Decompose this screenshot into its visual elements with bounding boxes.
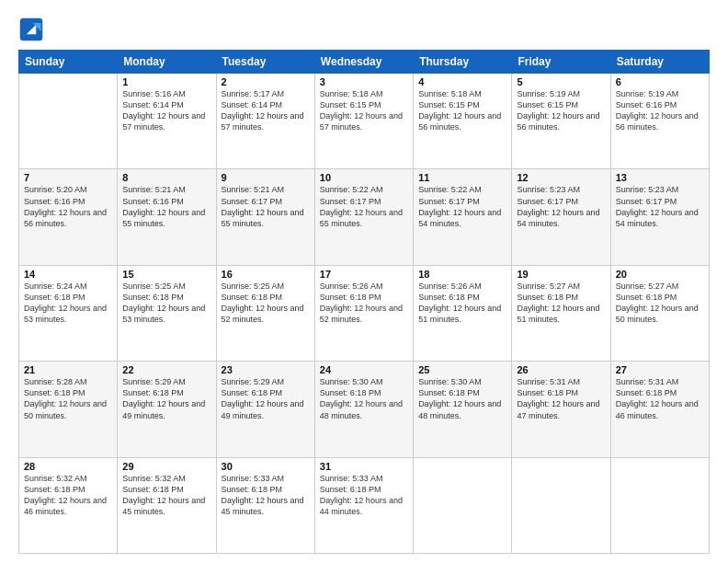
day-info: Sunrise: 5:33 AMSunset: 6:18 PMDaylight:… bbox=[320, 473, 408, 518]
weekday-header-saturday: Saturday bbox=[610, 51, 709, 74]
day-info: Sunrise: 5:25 AMSunset: 6:18 PMDaylight:… bbox=[122, 281, 210, 326]
day-cell: 18Sunrise: 5:26 AMSunset: 6:18 PMDayligh… bbox=[414, 265, 512, 361]
day-cell: 24Sunrise: 5:30 AMSunset: 6:18 PMDayligh… bbox=[314, 362, 413, 457]
day-info: Sunrise: 5:32 AMSunset: 6:18 PMDaylight:… bbox=[122, 473, 210, 518]
day-cell: 13Sunrise: 5:23 AMSunset: 6:17 PMDayligh… bbox=[610, 169, 709, 265]
page: SundayMondayTuesdayWednesdayThursdayFrid… bbox=[0, 0, 728, 563]
day-cell: 1Sunrise: 5:16 AMSunset: 6:14 PMDaylight… bbox=[118, 74, 216, 169]
day-cell: 28Sunrise: 5:32 AMSunset: 6:18 PMDayligh… bbox=[19, 457, 118, 553]
day-cell: 16Sunrise: 5:25 AMSunset: 6:18 PMDayligh… bbox=[216, 265, 314, 361]
day-cell: 11Sunrise: 5:22 AMSunset: 6:17 PMDayligh… bbox=[414, 169, 512, 265]
day-number: 19 bbox=[517, 269, 605, 280]
day-cell: 9Sunrise: 5:21 AMSunset: 6:17 PMDaylight… bbox=[216, 169, 314, 265]
day-number: 10 bbox=[320, 172, 408, 183]
day-info: Sunrise: 5:18 AMSunset: 6:15 PMDaylight:… bbox=[418, 88, 506, 133]
logo bbox=[18, 17, 48, 42]
day-info: Sunrise: 5:27 AMSunset: 6:18 PMDaylight:… bbox=[616, 281, 704, 326]
day-number: 7 bbox=[24, 172, 112, 183]
weekday-header-tuesday: Tuesday bbox=[216, 51, 314, 74]
day-number: 12 bbox=[517, 172, 605, 183]
day-number: 17 bbox=[320, 269, 408, 280]
day-info: Sunrise: 5:26 AMSunset: 6:18 PMDaylight:… bbox=[320, 281, 408, 326]
day-cell bbox=[512, 457, 610, 553]
day-number: 27 bbox=[616, 364, 704, 375]
day-number: 3 bbox=[320, 76, 408, 87]
day-info: Sunrise: 5:22 AMSunset: 6:17 PMDaylight:… bbox=[418, 184, 506, 229]
day-number: 20 bbox=[616, 269, 704, 280]
day-number: 23 bbox=[222, 364, 310, 375]
day-cell: 20Sunrise: 5:27 AMSunset: 6:18 PMDayligh… bbox=[610, 265, 709, 361]
day-cell: 10Sunrise: 5:22 AMSunset: 6:17 PMDayligh… bbox=[314, 169, 413, 265]
weekday-header-sunday: Sunday bbox=[19, 51, 118, 74]
day-cell: 30Sunrise: 5:33 AMSunset: 6:18 PMDayligh… bbox=[216, 457, 314, 553]
day-cell: 12Sunrise: 5:23 AMSunset: 6:17 PMDayligh… bbox=[512, 169, 610, 265]
day-info: Sunrise: 5:25 AMSunset: 6:18 PMDaylight:… bbox=[222, 281, 310, 326]
week-row-3: 14Sunrise: 5:24 AMSunset: 6:18 PMDayligh… bbox=[19, 265, 710, 361]
day-info: Sunrise: 5:16 AMSunset: 6:14 PMDaylight:… bbox=[122, 88, 210, 133]
day-cell: 6Sunrise: 5:19 AMSunset: 6:16 PMDaylight… bbox=[610, 74, 709, 169]
day-number: 24 bbox=[320, 364, 408, 375]
day-cell: 17Sunrise: 5:26 AMSunset: 6:18 PMDayligh… bbox=[314, 265, 413, 361]
day-number: 22 bbox=[122, 364, 210, 375]
day-info: Sunrise: 5:26 AMSunset: 6:18 PMDaylight:… bbox=[418, 281, 506, 326]
day-cell: 5Sunrise: 5:19 AMSunset: 6:15 PMDaylight… bbox=[512, 74, 610, 169]
day-cell: 21Sunrise: 5:28 AMSunset: 6:18 PMDayligh… bbox=[19, 362, 118, 457]
day-cell: 4Sunrise: 5:18 AMSunset: 6:15 PMDaylight… bbox=[414, 74, 512, 169]
weekday-header-row: SundayMondayTuesdayWednesdayThursdayFrid… bbox=[19, 51, 710, 74]
day-cell: 7Sunrise: 5:20 AMSunset: 6:16 PMDaylight… bbox=[19, 169, 118, 265]
day-info: Sunrise: 5:21 AMSunset: 6:17 PMDaylight:… bbox=[222, 184, 310, 229]
day-number: 28 bbox=[24, 461, 112, 472]
day-number: 6 bbox=[616, 76, 704, 87]
day-cell: 8Sunrise: 5:21 AMSunset: 6:16 PMDaylight… bbox=[118, 169, 216, 265]
weekday-header-monday: Monday bbox=[118, 51, 216, 74]
day-info: Sunrise: 5:24 AMSunset: 6:18 PMDaylight:… bbox=[24, 281, 112, 326]
day-cell: 22Sunrise: 5:29 AMSunset: 6:18 PMDayligh… bbox=[118, 362, 216, 457]
week-row-1: 1Sunrise: 5:16 AMSunset: 6:14 PMDaylight… bbox=[19, 74, 710, 169]
day-cell bbox=[610, 457, 709, 553]
general-blue-logo-icon bbox=[18, 17, 44, 42]
day-number: 16 bbox=[222, 269, 310, 280]
day-cell bbox=[19, 74, 118, 169]
day-number: 2 bbox=[222, 76, 310, 87]
week-row-2: 7Sunrise: 5:20 AMSunset: 6:16 PMDaylight… bbox=[19, 169, 710, 265]
weekday-header-thursday: Thursday bbox=[414, 51, 512, 74]
day-info: Sunrise: 5:27 AMSunset: 6:18 PMDaylight:… bbox=[517, 281, 605, 326]
day-info: Sunrise: 5:29 AMSunset: 6:18 PMDaylight:… bbox=[222, 376, 310, 421]
day-cell: 14Sunrise: 5:24 AMSunset: 6:18 PMDayligh… bbox=[19, 265, 118, 361]
day-info: Sunrise: 5:29 AMSunset: 6:18 PMDaylight:… bbox=[122, 376, 210, 421]
day-number: 30 bbox=[222, 461, 310, 472]
day-info: Sunrise: 5:30 AMSunset: 6:18 PMDaylight:… bbox=[320, 376, 408, 421]
calendar-table: SundayMondayTuesdayWednesdayThursdayFrid… bbox=[18, 50, 710, 554]
day-cell: 29Sunrise: 5:32 AMSunset: 6:18 PMDayligh… bbox=[118, 457, 216, 553]
day-info: Sunrise: 5:33 AMSunset: 6:18 PMDaylight:… bbox=[222, 473, 310, 518]
day-info: Sunrise: 5:18 AMSunset: 6:15 PMDaylight:… bbox=[320, 88, 408, 133]
day-cell: 2Sunrise: 5:17 AMSunset: 6:14 PMDaylight… bbox=[216, 74, 314, 169]
day-cell: 3Sunrise: 5:18 AMSunset: 6:15 PMDaylight… bbox=[314, 74, 413, 169]
day-number: 14 bbox=[24, 269, 112, 280]
day-number: 1 bbox=[122, 76, 210, 87]
day-info: Sunrise: 5:30 AMSunset: 6:18 PMDaylight:… bbox=[418, 376, 506, 421]
day-number: 18 bbox=[418, 269, 506, 280]
day-cell: 26Sunrise: 5:31 AMSunset: 6:18 PMDayligh… bbox=[512, 362, 610, 457]
day-info: Sunrise: 5:17 AMSunset: 6:14 PMDaylight:… bbox=[222, 88, 310, 133]
day-number: 8 bbox=[122, 172, 210, 183]
day-cell: 31Sunrise: 5:33 AMSunset: 6:18 PMDayligh… bbox=[314, 457, 413, 553]
day-cell: 19Sunrise: 5:27 AMSunset: 6:18 PMDayligh… bbox=[512, 265, 610, 361]
day-info: Sunrise: 5:32 AMSunset: 6:18 PMDaylight:… bbox=[24, 473, 112, 518]
day-info: Sunrise: 5:23 AMSunset: 6:17 PMDaylight:… bbox=[616, 184, 704, 229]
day-number: 31 bbox=[320, 461, 408, 472]
day-info: Sunrise: 5:28 AMSunset: 6:18 PMDaylight:… bbox=[24, 376, 112, 421]
day-info: Sunrise: 5:23 AMSunset: 6:17 PMDaylight:… bbox=[517, 184, 605, 229]
day-number: 4 bbox=[418, 76, 506, 87]
day-cell: 25Sunrise: 5:30 AMSunset: 6:18 PMDayligh… bbox=[414, 362, 512, 457]
day-number: 15 bbox=[122, 269, 210, 280]
day-info: Sunrise: 5:19 AMSunset: 6:16 PMDaylight:… bbox=[616, 88, 704, 133]
day-info: Sunrise: 5:20 AMSunset: 6:16 PMDaylight:… bbox=[24, 184, 112, 229]
day-number: 5 bbox=[517, 76, 605, 87]
day-info: Sunrise: 5:31 AMSunset: 6:18 PMDaylight:… bbox=[517, 376, 605, 421]
day-cell bbox=[414, 457, 512, 553]
week-row-5: 28Sunrise: 5:32 AMSunset: 6:18 PMDayligh… bbox=[19, 457, 710, 553]
day-number: 26 bbox=[517, 364, 605, 375]
day-number: 11 bbox=[418, 172, 506, 183]
day-info: Sunrise: 5:31 AMSunset: 6:18 PMDaylight:… bbox=[616, 376, 704, 421]
